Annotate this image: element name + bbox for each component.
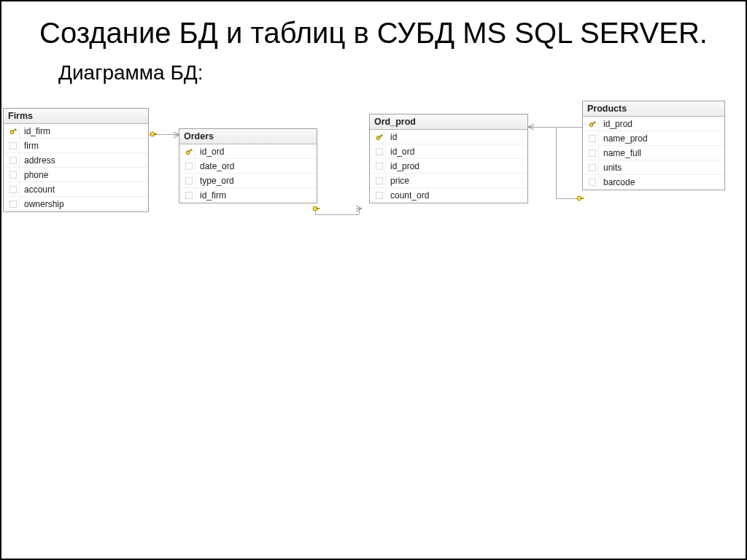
field-blank-icon <box>586 176 599 189</box>
field-name: account <box>23 184 145 195</box>
entity-body: id_firmfirmaddressphoneaccountownership <box>4 124 148 211</box>
page-title: Создание БД и таблиц в СУБД MS SQL SERVE… <box>31 16 716 50</box>
field-name: address <box>23 155 145 166</box>
field-name: date_ord <box>198 161 314 171</box>
entity-field-row[interactable]: phone <box>4 168 148 182</box>
rel-end-many-icon <box>355 204 363 213</box>
field-blank-icon <box>373 145 386 158</box>
svg-rect-3 <box>317 208 320 209</box>
entity-field-row[interactable]: count_ord <box>370 188 527 203</box>
field-blank-icon <box>586 147 599 160</box>
field-name: type_ord <box>198 176 314 186</box>
field-blank-icon <box>373 189 386 202</box>
entity-field-row[interactable]: price <box>370 174 527 188</box>
field-blank-icon <box>182 174 196 187</box>
entity-field-row[interactable]: id_firm <box>179 188 317 203</box>
entity-field-row[interactable]: name_prod <box>583 131 724 146</box>
entity-body: idid_ordid_prodpricecount_ord <box>370 130 527 203</box>
entity-field-row[interactable]: barcode <box>583 175 724 190</box>
rel-orders-ordprod-h <box>315 214 359 215</box>
field-name: id_prod <box>389 161 525 171</box>
entity-body: id_prodname_prodname_fullunitsbarcode <box>583 117 724 190</box>
rel-end-many-icon <box>172 131 181 139</box>
entity-orders[interactable]: Orders id_orddate_ordtype_ordid_firm <box>179 128 317 203</box>
primary-key-icon <box>373 131 386 144</box>
entity-field-row[interactable]: id_prod <box>370 159 527 174</box>
entity-title: Orders <box>179 129 317 144</box>
rel-end-key-icon <box>575 194 585 203</box>
rel-products-ordprod-v <box>556 127 557 198</box>
field-name: id_ord <box>198 147 314 157</box>
field-name: barcode <box>602 177 721 187</box>
field-blank-icon <box>7 154 20 167</box>
entity-title: Firms <box>4 109 148 124</box>
entity-field-row[interactable]: ownership <box>4 197 148 211</box>
field-name: id <box>389 132 525 142</box>
entity-firms[interactable]: Firms id_firmfirmaddressphoneaccountowne… <box>3 108 149 212</box>
field-blank-icon <box>182 189 196 202</box>
primary-key-icon <box>586 117 599 131</box>
diagram-heading: Диаграмма БД: <box>58 61 746 85</box>
rel-end-many-icon <box>527 122 535 131</box>
field-name: id_prod <box>602 119 721 129</box>
entity-body: id_orddate_ordtype_ordid_firm <box>179 144 317 203</box>
field-blank-icon <box>586 132 599 145</box>
field-name: id_ord <box>389 147 525 157</box>
field-blank-icon <box>373 174 386 187</box>
primary-key-icon <box>7 125 20 138</box>
field-name: name_prod <box>602 133 721 144</box>
field-name: count_ord <box>389 190 525 201</box>
field-name: units <box>602 163 721 173</box>
entity-products[interactable]: Products id_prodname_prodname_fullunitsb… <box>582 101 725 190</box>
entity-field-row[interactable]: id_prod <box>583 117 724 131</box>
entity-field-row[interactable]: firm <box>4 139 148 153</box>
field-name: phone <box>23 170 145 180</box>
field-name: ownership <box>23 199 145 209</box>
entity-field-row[interactable]: id_ord <box>370 144 527 159</box>
entity-field-row[interactable]: date_ord <box>179 159 317 174</box>
entity-field-row[interactable]: address <box>4 153 148 168</box>
er-diagram: Firms id_firmfirmaddressphoneaccountowne… <box>1 90 746 258</box>
svg-rect-5 <box>581 198 584 199</box>
entity-field-row[interactable]: id <box>370 130 527 144</box>
entity-field-row[interactable]: type_ord <box>179 174 317 188</box>
field-blank-icon <box>7 198 20 211</box>
entity-field-row[interactable]: id_ord <box>179 144 317 159</box>
field-blank-icon <box>373 160 386 173</box>
field-blank-icon <box>7 139 20 152</box>
field-name: price <box>389 176 525 186</box>
field-blank-icon <box>586 161 599 174</box>
entity-field-row[interactable]: units <box>583 160 724 175</box>
rel-end-key-icon <box>311 204 321 213</box>
entity-ord-prod[interactable]: Ord_prod idid_ordid_prodpricecount_ord <box>369 114 528 203</box>
entity-field-row[interactable]: account <box>4 182 148 197</box>
rel-products-ordprod-h1 <box>528 127 582 128</box>
svg-rect-1 <box>154 133 157 135</box>
primary-key-icon <box>182 145 196 158</box>
entity-title: Products <box>583 101 724 117</box>
field-name: firm <box>23 141 145 151</box>
field-name: name_full <box>602 148 721 158</box>
entity-field-row[interactable]: name_full <box>583 146 724 160</box>
field-name: id_firm <box>23 126 145 136</box>
field-blank-icon <box>7 168 20 182</box>
field-blank-icon <box>7 183 20 196</box>
field-blank-icon <box>182 160 196 173</box>
field-name: id_firm <box>198 190 314 201</box>
entity-field-row[interactable]: id_firm <box>4 124 148 139</box>
rel-end-key-icon <box>148 130 158 139</box>
slide: Создание БД и таблиц в СУБД MS SQL SERVE… <box>1 1 746 559</box>
entity-title: Ord_prod <box>370 114 527 130</box>
